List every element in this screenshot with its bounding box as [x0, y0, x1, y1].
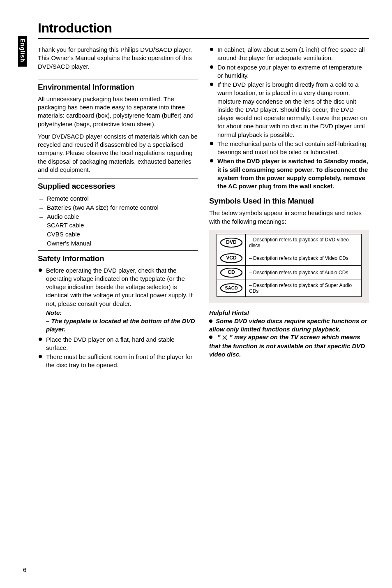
symbol-desc: – Description refers to playback of Audi… [246, 265, 362, 280]
heading-symbols: Symbols Used in this Manual [209, 193, 369, 206]
x-icon [222, 334, 228, 342]
safety-bullet: When the DVD player is switched to Stand… [209, 157, 369, 190]
safety-bullets-left: Before operating the DVD player, check t… [38, 266, 198, 370]
hint-1-text: Some DVD video discs require specific fu… [209, 317, 367, 333]
symbol-desc: – Description refers to playback of Vide… [246, 251, 362, 265]
left-column: Thank you for purchasing this Philips DV… [38, 46, 198, 372]
svg-text:DVD: DVD [226, 239, 237, 245]
symbol-desc: – Description refers to playback of Supe… [246, 280, 362, 296]
heading-environmental: Environmental Information [38, 79, 198, 92]
list-item: Remote control [38, 194, 198, 203]
vcd-disc-icon: VCD [220, 253, 243, 264]
symbols-table-container: DVD – Description refers to playback of … [209, 230, 369, 303]
table-row: SACD – Description refers to playback of… [217, 280, 362, 296]
document-page: English Introduction Thank you for purch… [0, 0, 392, 588]
list-item: Owner's Manual [38, 239, 198, 248]
language-tab: English [18, 36, 27, 67]
heading-safety: Safety Information [38, 250, 198, 263]
hint-2-pre: " [217, 333, 222, 340]
note-block: Note: – The typeplate is located at the … [46, 309, 198, 334]
disc-icon-vcd: VCD [217, 251, 246, 265]
disc-icon-sacd: SACD [217, 280, 246, 296]
right-column: In cabinet, allow about 2.5cm (1 inch) o… [209, 46, 369, 372]
symbols-table: DVD – Description refers to playback of … [217, 234, 362, 297]
hint-2-post: " may appear on the TV screen which mean… [209, 333, 365, 358]
hint-2: " " may appear on the TV screen which me… [209, 333, 369, 358]
helpful-hints-block: Helpful Hints! Some DVD video discs requ… [209, 309, 369, 359]
safety-b5-bold: When the DVD player is switched to Stand… [217, 157, 368, 190]
page-number: 6 [23, 566, 26, 573]
disc-icon-cd: CD [217, 265, 246, 280]
safety-bullet: Before operating the DVD player, check t… [38, 266, 198, 334]
list-item: Batteries (two AA size) for remote contr… [38, 203, 198, 212]
note-label: Note: [46, 309, 62, 316]
dvd-disc-icon: DVD [220, 237, 243, 248]
safety-bullet: If the DVD player is brought directly fr… [209, 81, 369, 139]
safety-bullet: In cabinet, allow about 2.5cm (1 inch) o… [209, 46, 369, 63]
sacd-disc-icon: SACD [220, 283, 243, 294]
svg-text:CD: CD [228, 269, 235, 275]
two-column-layout: Thank you for purchasing this Philips DV… [38, 46, 369, 372]
safety-bullets-right: In cabinet, allow about 2.5cm (1 inch) o… [209, 46, 369, 190]
env-paragraph-2: Your DVD/SACD player consists of materia… [38, 132, 198, 174]
page-title: Introduction [38, 21, 369, 36]
safety-bullet: There must be sufficient room in front o… [38, 353, 198, 370]
env-paragraph-1: All unnecessary packaging has been omitt… [38, 95, 198, 128]
safety-bullet: The mechanical parts of the set contain … [209, 140, 369, 157]
table-row: VCD – Description refers to playback of … [217, 251, 362, 265]
symbol-desc: – Description refers to playback of DVD-… [246, 234, 362, 251]
table-row: DVD – Description refers to playback of … [217, 234, 362, 251]
table-row: CD – Description refers to playback of A… [217, 265, 362, 280]
list-item: Audio cable [38, 212, 198, 221]
safety-bullet: Place the DVD player on a flat, hard and… [38, 336, 198, 352]
list-item: SCART cable [38, 221, 198, 230]
safety-bullet: Do not expose your player to extreme of … [209, 63, 369, 80]
intro-paragraph: Thank you for purchasing this Philips DV… [38, 46, 198, 71]
list-item: CVBS cable [38, 230, 198, 239]
heading-supplied: Supplied accessories [38, 178, 198, 191]
svg-text:VCD: VCD [226, 255, 237, 261]
cd-disc-icon: CD [220, 267, 243, 278]
disc-icon-dvd: DVD [217, 234, 246, 251]
safety-b1-text: Before operating the DVD player, check t… [46, 267, 193, 307]
hints-label: Helpful Hints! [209, 309, 369, 316]
note-text: – The typeplate is located at the bottom… [46, 317, 195, 333]
svg-text:SACD: SACD [225, 285, 238, 290]
title-rule [38, 38, 369, 39]
supplied-list: Remote control Batteries (two AA size) f… [38, 194, 198, 248]
symbols-intro: The below symbols appear in some heading… [209, 209, 369, 226]
hint-1: Some DVD video discs require specific fu… [209, 317, 369, 333]
